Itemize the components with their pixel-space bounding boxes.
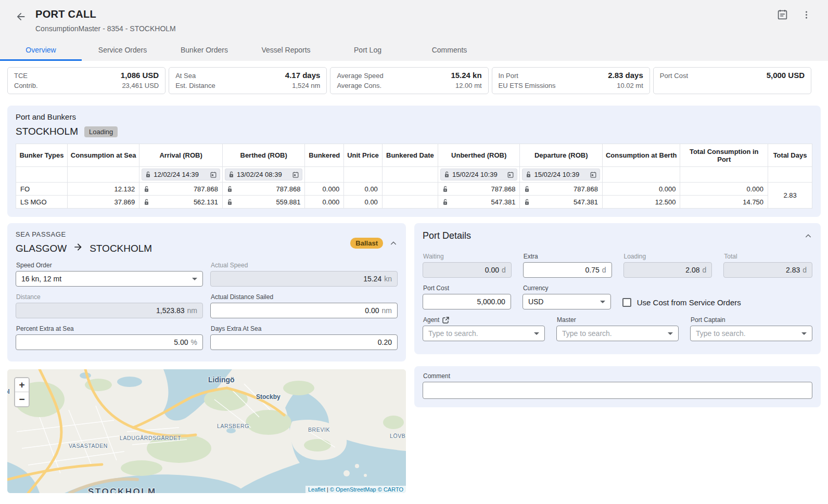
tab-port-log[interactable]: Port Log xyxy=(327,40,409,61)
route-arrow-icon xyxy=(73,242,83,255)
currency-select[interactable]: USD xyxy=(523,294,611,309)
map-label: LARSBERG xyxy=(217,423,249,429)
calendar-icon[interactable] xyxy=(507,172,514,178)
master-search-input[interactable] xyxy=(562,329,664,338)
map-label: BREVIK xyxy=(308,427,330,433)
main-content: TCE1,086 USD Contrib.23,461 USD At Sea4.… xyxy=(0,67,828,493)
calendar-icon[interactable] xyxy=(590,172,596,178)
port-and-bunkers-section: Port and Bunkers STOCKHOLM Loading Bunke… xyxy=(7,106,821,217)
map-label: VASASTADEN xyxy=(69,443,108,449)
lock-icon[interactable] xyxy=(526,171,531,178)
col-unit-price: Unit Price xyxy=(344,144,383,167)
leaflet-link[interactable]: Leaflet xyxy=(308,486,325,493)
table-header-row: Bunker Types Consumption at Sea Arrival … xyxy=(16,144,812,167)
port-cost-field[interactable]: 5,000.00 xyxy=(423,294,511,309)
tab-service-orders[interactable]: Service Orders xyxy=(82,40,163,61)
summary-card-port-cost: Port Cost5,000 USD xyxy=(653,67,811,94)
bunker-type-cell: LS MGO xyxy=(16,196,68,209)
waiting-field: 0.00d xyxy=(423,262,512,278)
tab-overview[interactable]: Overview xyxy=(0,40,82,61)
lock-icon[interactable] xyxy=(145,171,151,178)
tab-bunker-orders[interactable]: Bunker Orders xyxy=(163,40,245,61)
arrival-date-field[interactable]: 12/02/24 14:39 xyxy=(142,169,220,180)
port-name: STOCKHOLM xyxy=(16,126,78,137)
lock-icon[interactable] xyxy=(442,186,448,192)
kebab-menu-icon[interactable] xyxy=(800,8,812,21)
bunkers-table: Bunker Types Consumption at Sea Arrival … xyxy=(16,144,812,209)
collapse-chevron-icon[interactable] xyxy=(389,239,398,248)
speed-order-select[interactable]: 16 kn, 12 mt xyxy=(16,271,203,287)
lock-icon[interactable] xyxy=(524,186,530,192)
col-consumption-at-berth: Consumption at Berth xyxy=(602,144,680,167)
lock-icon[interactable] xyxy=(144,186,149,192)
lock-icon[interactable] xyxy=(227,186,233,192)
map[interactable]: Lidingö Stockby LARSBERG BREVIK LÖVBER V… xyxy=(7,369,406,493)
section-label: SEA PASSAGE xyxy=(16,230,152,238)
days-extra-at-sea-field[interactable]: 0.20 xyxy=(210,334,398,350)
agent-search-field[interactable] xyxy=(423,326,545,341)
lock-icon[interactable] xyxy=(442,199,448,205)
map-label: Lidingö xyxy=(208,376,235,384)
section-title: Port and Bunkers xyxy=(16,112,812,121)
col-bunkered: Bunkered xyxy=(305,144,344,167)
comment-input[interactable] xyxy=(423,382,812,399)
osm-link[interactable]: © OpenStreetMap xyxy=(330,486,376,493)
table-row-ls-mgo: LS MGO 37.869 562.131 559.881 0.000 0.00… xyxy=(16,196,812,209)
actual-speed-field: 15.24kn xyxy=(210,271,398,287)
sea-passage-section: SEA PASSAGE GLASGOW STOCKHOLM Ballast xyxy=(7,223,406,361)
collapse-chevron-icon[interactable] xyxy=(804,232,812,240)
unberthed-date-field[interactable]: 15/02/24 10:39 xyxy=(440,169,518,180)
app-header: PORT CALL ConsumptionMaster - 8354 - STO… xyxy=(0,0,828,61)
map-zoom-control: + − xyxy=(14,377,30,407)
summary-card-average-speed: Average Speed15.24 kn Average Cons.12.00… xyxy=(330,67,488,94)
percent-extra-at-sea-field[interactable]: 5.00% xyxy=(16,334,203,350)
extra-field[interactable]: 0.75d xyxy=(523,262,612,278)
col-departure-rob: Departure (ROB) xyxy=(520,144,603,167)
actual-distance-sailed-field[interactable]: 0.00nm xyxy=(210,303,398,318)
map-label: LÖVBER xyxy=(390,433,406,439)
page-subtitle: ConsumptionMaster - 8354 - STOCKHOLM xyxy=(35,24,176,33)
col-bunker-types: Bunker Types xyxy=(16,144,68,167)
event-calendar-icon[interactable] xyxy=(776,8,788,21)
lock-icon[interactable] xyxy=(144,199,149,205)
map-label: LADUGÅRDSGÄRDET xyxy=(120,435,181,441)
berthed-date-field[interactable]: 13/02/24 08:39 xyxy=(225,169,303,180)
lock-icon[interactable] xyxy=(227,199,233,205)
external-link-icon[interactable] xyxy=(442,317,449,324)
port-call-page: PORT CALL ConsumptionMaster - 8354 - STO… xyxy=(0,0,828,493)
master-search-field[interactable] xyxy=(556,326,679,341)
use-cost-checkbox[interactable]: Use Cost from Service Orders xyxy=(622,298,812,307)
col-total-consumption-in-port: Total Consumption in Port xyxy=(680,144,768,167)
port-captain-search-input[interactable] xyxy=(696,329,797,338)
zoom-in-button[interactable]: + xyxy=(15,378,29,392)
to-port: STOCKHOLM xyxy=(90,243,152,254)
chevron-down-icon xyxy=(801,332,807,335)
col-berthed-rob: Berthed (ROB) xyxy=(222,144,305,167)
lock-icon[interactable] xyxy=(228,171,234,178)
checkbox-icon[interactable] xyxy=(622,298,631,307)
calendar-icon[interactable] xyxy=(292,172,299,178)
col-bunkered-date: Bunkered Date xyxy=(382,144,438,167)
lock-icon[interactable] xyxy=(524,199,530,205)
zoom-out-button[interactable]: − xyxy=(15,392,29,406)
map-attribution: Leaflet|© OpenStreetMap © CARTO xyxy=(305,486,406,493)
from-port: GLASGOW xyxy=(16,243,67,254)
port-captain-search-field[interactable] xyxy=(690,326,812,341)
total-field: 2.83d xyxy=(723,262,812,278)
agent-search-input[interactable] xyxy=(428,329,530,338)
departure-date-field[interactable]: 15/02/24 10:39 xyxy=(522,169,600,180)
col-unberthed-rob: Unberthed (ROB) xyxy=(438,144,520,167)
calendar-icon[interactable] xyxy=(210,172,216,178)
chevron-down-icon xyxy=(668,332,673,335)
back-button[interactable] xyxy=(14,9,28,24)
summary-card-in-port: In Port2.83 days EU ETS Emissions10.02 m… xyxy=(492,67,650,94)
distance-field: 1,523.83nm xyxy=(16,303,203,318)
lock-icon[interactable] xyxy=(444,171,450,178)
carto-link[interactable]: © CARTO xyxy=(378,486,403,493)
loading-field: 2.08d xyxy=(623,262,712,278)
col-arrival-rob: Arrival (ROB) xyxy=(139,144,223,167)
tab-comments[interactable]: Comments xyxy=(409,40,490,61)
total-days-cell: 2.83 xyxy=(768,183,812,209)
port-details-section: Port Details Waiting 0.00d Extra 0.75d xyxy=(414,223,821,354)
tab-vessel-reports[interactable]: Vessel Reports xyxy=(245,40,327,61)
